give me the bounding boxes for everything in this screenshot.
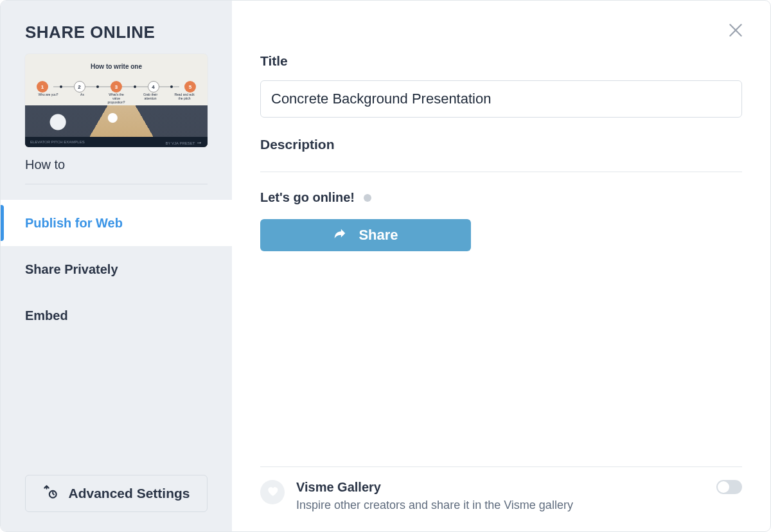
add-description-button[interactable]: [727, 137, 742, 152]
thumbnail-steps: 1 2 3 4 5: [37, 81, 196, 93]
gallery-subtitle: Inspire other creators and share it in t…: [296, 499, 573, 512]
project-thumbnail[interactable]: How to write one 1 2 3 4 5 Who: [25, 54, 208, 147]
thumbnail-top: How to write one 1 2 3 4 5 Who: [25, 54, 208, 105]
sidebar-title: SHARE ONLINE: [25, 22, 208, 42]
share-online-modal: SHARE ONLINE How to write one 1 2 3 4: [0, 0, 771, 532]
gallery-section: Visme Gallery Inspire other creators and…: [260, 466, 742, 531]
thumbnail-strip-right-group: BY VJA PRESET →: [166, 139, 202, 146]
step-4: 4: [148, 81, 159, 93]
description-row[interactable]: Description: [260, 137, 742, 152]
description-label: Description: [260, 137, 335, 152]
thumbnail-strip-right: BY VJA PRESET: [166, 141, 195, 145]
title-field-label: Title: [260, 53, 742, 69]
heart-icon: [266, 484, 279, 500]
close-icon: [727, 22, 744, 41]
thumbnail-strip: ELEVATOR PITCH EXAMPLES BY VJA PRESET →: [25, 137, 208, 147]
sidebar-footer: Advanced Settings: [1, 475, 232, 531]
step-3: 3: [111, 81, 122, 93]
divider: [260, 172, 742, 172]
gallery-row: Visme Gallery Inspire other creators and…: [260, 480, 742, 512]
advanced-settings-button[interactable]: Advanced Settings: [25, 475, 208, 512]
main-panel: Title Description Let's go online! Share: [232, 1, 770, 531]
gallery-heart-badge: [260, 480, 285, 504]
share-mode-nav: Publish for Web Share Privately Embed: [1, 200, 232, 339]
nav-share-privately[interactable]: Share Privately: [1, 246, 232, 292]
thumbnail-photo: ELEVATOR PITCH EXAMPLES BY VJA PRESET →: [25, 105, 208, 147]
sidebar: SHARE ONLINE How to write one 1 2 3 4: [1, 1, 232, 531]
nav-item-label: Publish for Web: [25, 216, 123, 231]
project-name: How to: [25, 157, 208, 172]
advanced-settings-icon: [42, 484, 59, 504]
sidebar-header: SHARE ONLINE How to write one 1 2 3 4: [1, 1, 232, 184]
title-input[interactable]: [260, 80, 742, 118]
gallery-toggle[interactable]: [716, 480, 742, 494]
gallery-text: Visme Gallery Inspire other creators and…: [296, 480, 573, 512]
close-button[interactable]: [727, 22, 745, 40]
nav-embed[interactable]: Embed: [1, 292, 232, 339]
step-5: 5: [184, 81, 196, 93]
go-online-heading: Let's go online!: [260, 190, 742, 205]
nav-item-label: Share Privately: [25, 262, 118, 277]
step-1: 1: [37, 81, 48, 93]
nav-publish-for-web[interactable]: Publish for Web: [1, 200, 232, 246]
share-button-label: Share: [359, 227, 398, 244]
thumbnail-strip-left: ELEVATOR PITCH EXAMPLES: [30, 140, 85, 144]
step-2: 2: [74, 81, 85, 93]
thumbnail-heading: How to write one: [25, 63, 208, 70]
advanced-settings-label: Advanced Settings: [68, 486, 190, 501]
divider: [260, 466, 742, 467]
thumbnail-step-labels: Who are you? As What's the value proposi…: [37, 93, 196, 104]
arrow-right-icon: →: [196, 139, 202, 146]
sidebar-divider: [25, 184, 208, 184]
gallery-title: Visme Gallery: [296, 480, 573, 495]
status-dot-icon: [364, 194, 371, 202]
share-icon: [333, 226, 347, 244]
nav-item-label: Embed: [25, 308, 68, 323]
share-button[interactable]: Share: [260, 219, 471, 251]
go-online-label: Let's go online!: [260, 190, 355, 205]
